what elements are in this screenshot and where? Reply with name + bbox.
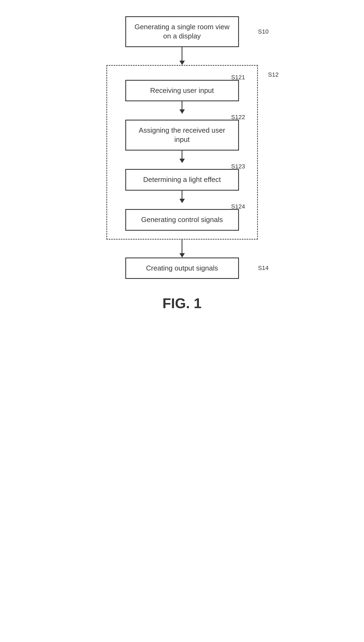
arrow-s122-to-s123 <box>179 151 185 163</box>
s10-label: S10 <box>258 28 268 35</box>
arrow-head-1 <box>179 61 185 65</box>
s122-box: Assigning the received user input <box>125 120 239 151</box>
s10-box: Generating a single room view on a displ… <box>125 16 239 47</box>
s14-text: Creating output signals <box>146 264 218 273</box>
s123-text: Determining a light effect <box>143 175 221 184</box>
s14-wrapper: Creating output signals S14 <box>125 258 239 279</box>
s122-text: Assigning the received user input <box>134 126 230 144</box>
arrow-head-5 <box>179 253 185 258</box>
figure-label: FIG. 1 <box>162 295 201 311</box>
s124-box: Generating control signals <box>125 209 239 231</box>
s123-box: Determining a light effect <box>125 169 239 191</box>
arrow-head-4 <box>179 199 185 203</box>
arrow-line-5 <box>182 240 182 253</box>
s14-box: Creating output signals <box>125 258 239 279</box>
s14-label-text: S14 <box>258 265 268 272</box>
s12-label: S12 <box>268 71 278 78</box>
arrow-line-4 <box>182 191 182 199</box>
s10-label-text: S10 <box>258 28 268 35</box>
s124-text: Generating control signals <box>141 215 223 224</box>
arrow-s121-to-s122 <box>179 101 185 114</box>
s12-group: S12 S121 Receiving user input S122 Assig… <box>106 65 258 240</box>
s10-wrapper: Generating a single room view on a displ… <box>125 16 239 47</box>
arrow-s123-to-s124 <box>179 191 185 203</box>
arrow-line-2 <box>182 101 182 109</box>
arrow-head-2 <box>179 109 185 114</box>
arrow-head-3 <box>179 159 185 163</box>
diagram-container: Generating a single room view on a displ… <box>87 0 277 333</box>
s14-label: S14 <box>258 265 268 272</box>
arrow-line-3 <box>182 151 182 159</box>
s121-text: Receiving user input <box>150 86 214 95</box>
s121-box: Receiving user input <box>125 80 239 102</box>
arrow-s10-to-s12 <box>179 47 185 65</box>
s10-text: Generating a single room view on a displ… <box>134 22 230 41</box>
arrow-line-1 <box>182 47 182 61</box>
arrow-s12-to-s14 <box>179 240 185 258</box>
